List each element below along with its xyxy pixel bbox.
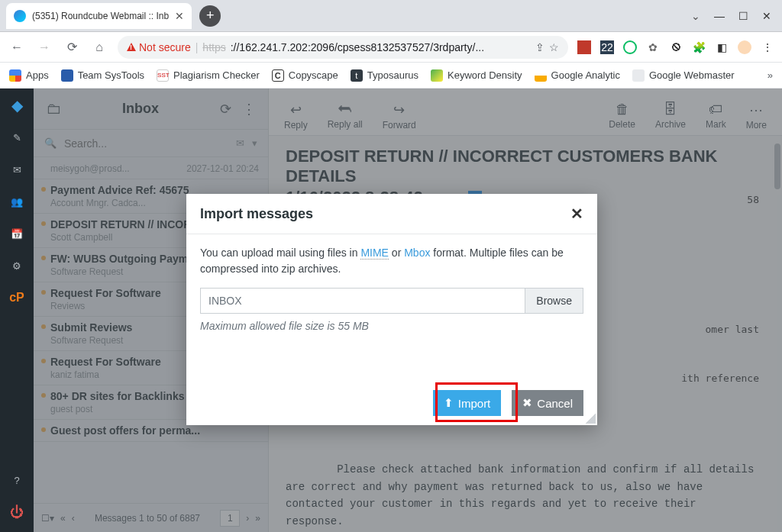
upload-icon: ⬆: [444, 396, 454, 410]
cpanel-icon[interactable]: cP: [8, 289, 26, 307]
bookmark-star-icon[interactable]: ☆: [549, 41, 559, 53]
help-icon[interactable]: ?: [8, 471, 26, 489]
import-button[interactable]: ⬆ Import: [433, 390, 502, 416]
bookmark-analytics[interactable]: Google Analytic: [535, 69, 620, 82]
frag-text: omer last: [706, 324, 759, 335]
ext-icon-gear[interactable]: ✿: [646, 40, 660, 54]
tab-title: (5351) Roundcube Webmail :: Inb: [32, 11, 169, 21]
maximize-icon[interactable]: ☐: [738, 10, 748, 22]
close-icon: ✖: [522, 396, 532, 410]
compose-icon[interactable]: ✎: [8, 128, 26, 147]
mark-button[interactable]: 🏷Mark: [706, 102, 726, 131]
cancel-button[interactable]: ✖ Cancel: [512, 390, 583, 416]
pager-last-icon[interactable]: »: [255, 513, 260, 524]
sidepanel-icon[interactable]: ◧: [715, 40, 729, 54]
frag-text: 58: [747, 194, 759, 205]
more-button[interactable]: ⋯More: [746, 102, 767, 131]
url-scheme: https: [202, 41, 225, 53]
kebab-menu-icon[interactable]: ⋮: [761, 40, 774, 54]
refresh-icon[interactable]: ⟳: [220, 101, 231, 118]
app-logo-icon[interactable]: ◆: [8, 96, 26, 114]
extension-icons: 22 ✿ 🛇 🧩 ◧ ⋮: [577, 40, 774, 54]
address-bar: ← → ⟳ ⌂ Not secure | https://162.241.7.2…: [0, 32, 782, 63]
archive-button[interactable]: 🗄Archive: [655, 102, 686, 131]
message-body: Please check attached bank information a…: [286, 444, 765, 532]
resize-handle-icon[interactable]: [585, 413, 596, 424]
url-text: ://162.241.7.202:2096/cpsess8132537527/3…: [231, 41, 484, 53]
extensions-icon[interactable]: 🧩: [692, 40, 706, 54]
pager-page-input[interactable]: 1: [220, 510, 240, 527]
folder-title: Inbox: [72, 101, 209, 117]
omnibox[interactable]: Not secure | https://162.241.7.202:2096/…: [118, 36, 568, 59]
calendar-icon[interactable]: 📅: [8, 224, 26, 243]
left-rail: ◆ ✎ ✉ 👥 📅 ⚙ cP ? ⏻: [0, 89, 34, 532]
favicon: [14, 10, 26, 22]
import-file-input[interactable]: [200, 288, 525, 314]
settings-icon[interactable]: ⚙: [8, 256, 26, 275]
ext-icon-block[interactable]: 🛇: [669, 40, 683, 54]
search-input[interactable]: [64, 137, 228, 150]
dialog-title: Import messages: [200, 206, 313, 222]
ext-icon-2[interactable]: 22: [600, 40, 614, 54]
pager-first-icon[interactable]: «: [60, 513, 66, 524]
pager-next-icon[interactable]: ›: [246, 513, 249, 524]
back-icon[interactable]: ←: [8, 40, 26, 54]
message-subject: DEPOSIT RETURN // INCORRECT CUSTOMERS BA…: [286, 147, 765, 186]
dialog-close-icon[interactable]: ✕: [570, 205, 583, 223]
pager-prev-icon[interactable]: ‹: [72, 513, 75, 524]
file-size-hint: Maximum allowed file size is 55 MB: [200, 320, 583, 332]
bookmarks-bar: Apps Team SysTools SSTPlagiarism Checker…: [0, 63, 782, 89]
not-secure-warning[interactable]: Not secure: [127, 41, 191, 53]
share-icon[interactable]: ⇪: [535, 41, 544, 53]
import-messages-dialog: Import messages ✕ You can upload mail us…: [186, 194, 597, 425]
message-toolbar: ↩Reply ⮪Reply all ↪Forward 🗑Delete 🗄Arch…: [269, 89, 782, 136]
bookmark-apps[interactable]: Apps: [9, 69, 49, 82]
bookmark-copyscape[interactable]: CCopyscape: [272, 69, 338, 82]
new-tab-button[interactable]: +: [199, 5, 221, 27]
pager: ☐▾ « ‹ Messages 1 to 50 of 6887 1 › »: [34, 503, 268, 532]
profile-avatar[interactable]: [738, 40, 751, 54]
search-scope-icon[interactable]: ✉: [236, 137, 244, 149]
scrollbar[interactable]: [774, 143, 780, 189]
browser-titlebar: (5351) Roundcube Webmail :: Inb ✕ + ⌄ — …: [0, 0, 782, 32]
dialog-text: You can upload mail using files in MIME …: [200, 245, 583, 277]
frag-text: ith reference: [681, 372, 759, 384]
window-controls: ⌄ — ☐ ✕: [691, 10, 782, 22]
select-toggle-icon[interactable]: ☐▾: [41, 513, 54, 524]
contacts-icon[interactable]: 👥: [8, 192, 26, 211]
search-icon[interactable]: 🔍: [44, 137, 57, 149]
folder-menu-icon[interactable]: ⋮: [242, 101, 256, 118]
reload-icon[interactable]: ⟳: [63, 40, 81, 54]
bookmark-webmaster[interactable]: Google Webmaster: [632, 69, 735, 82]
reply-button[interactable]: ↩Reply: [284, 102, 308, 131]
bookmark-keyword[interactable]: Keyword Density: [431, 69, 522, 82]
home-icon[interactable]: ⌂: [90, 40, 108, 54]
reply-all-button[interactable]: ⮪Reply all: [328, 102, 363, 131]
tab-close-icon[interactable]: ✕: [175, 10, 184, 22]
mime-link[interactable]: MIME: [360, 247, 389, 260]
forward-button[interactable]: ↪Forward: [383, 102, 416, 131]
folder-icon[interactable]: 🗀: [46, 100, 61, 118]
bookmark-plagiarism[interactable]: SSTPlagiarism Checker: [157, 69, 260, 82]
minimize-icon[interactable]: —: [714, 10, 725, 22]
mail-icon[interactable]: ✉: [8, 160, 26, 179]
browse-button[interactable]: Browse: [525, 288, 583, 314]
bookmark-systools[interactable]: Team SysTools: [61, 69, 144, 82]
tab-dropdown-icon[interactable]: ⌄: [691, 10, 700, 22]
browser-tab[interactable]: (5351) Roundcube Webmail :: Inb ✕: [6, 3, 192, 29]
bookmark-overflow-icon[interactable]: »: [767, 69, 773, 81]
search-options-icon[interactable]: ▾: [252, 137, 257, 149]
ext-icon-1[interactable]: [577, 40, 591, 54]
mbox-link[interactable]: Mbox: [404, 247, 430, 259]
pager-text: Messages 1 to 50 of 6887: [81, 513, 215, 524]
logout-icon[interactable]: ⏻: [8, 503, 26, 521]
bookmark-typosaurus[interactable]: tTyposaurus: [351, 69, 418, 82]
forward-icon: →: [35, 40, 53, 54]
close-window-icon[interactable]: ✕: [762, 10, 771, 22]
ext-icon-grammarly[interactable]: [623, 40, 637, 54]
delete-button[interactable]: 🗑Delete: [609, 102, 635, 131]
